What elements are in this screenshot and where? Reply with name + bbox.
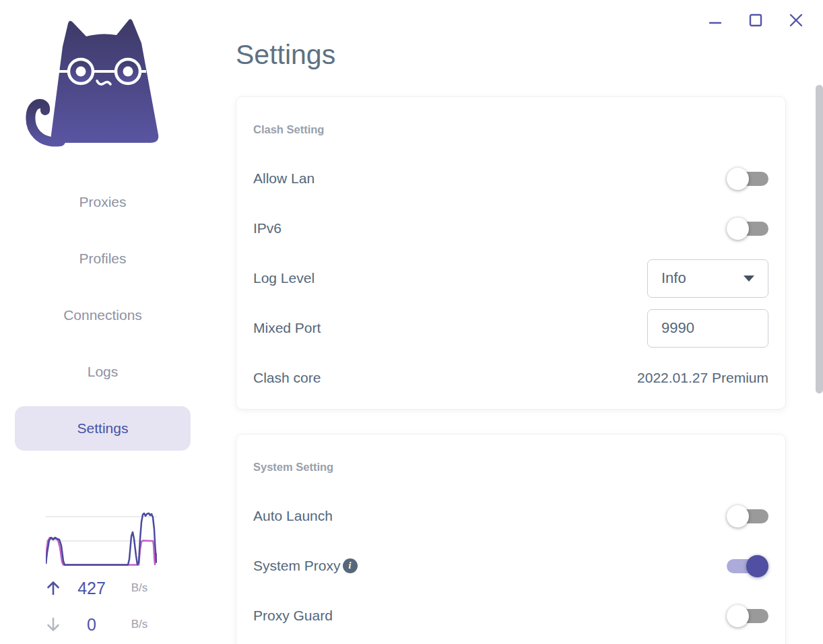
sidebar-item-profiles[interactable]: Profiles	[15, 236, 191, 281]
mixed-port-field-frame	[647, 309, 768, 348]
clash-core-version: 2022.01.27 Premium	[637, 370, 768, 386]
chevron-down-icon	[744, 276, 754, 282]
download-speed-unit: B/s	[119, 618, 160, 631]
system-proxy-toggle[interactable]	[727, 555, 768, 577]
proxy-guard-label: Proxy Guard	[253, 608, 333, 624]
system-proxy-label: System Proxy	[253, 558, 341, 574]
section-title-clash-setting: Clash Setting	[253, 121, 768, 137]
log-level-label: Log Level	[253, 270, 315, 286]
upload-line	[46, 513, 156, 565]
download-arrow-icon	[42, 613, 65, 636]
clash-cat-logo-icon	[26, 16, 160, 151]
toggle-thumb	[727, 218, 749, 240]
log-level-select[interactable]: Info	[647, 259, 768, 298]
upload-speed-value: 427	[65, 579, 119, 598]
setting-row-log-level: Log Level Info	[253, 253, 768, 303]
info-icon[interactable]: i	[343, 558, 358, 573]
clash-core-label: Clash core	[253, 370, 321, 386]
sidebar-item-connections[interactable]: Connections	[15, 293, 191, 337]
upload-speed-unit: B/s	[119, 581, 160, 595]
traffic-graph	[46, 509, 157, 566]
setting-row-allow-lan: Allow Lan	[253, 154, 768, 203]
window-controls	[704, 9, 807, 31]
toggle-thumb	[727, 605, 749, 627]
section-title-system-setting: System Setting	[253, 459, 768, 475]
sidebar-item-logs[interactable]: Logs	[15, 350, 191, 394]
sidebar-nav: Proxies Profiles Connections Logs Settin…	[0, 180, 205, 463]
toggle-thumb	[727, 505, 749, 527]
log-level-selected-value: Info	[661, 269, 686, 287]
maximize-button[interactable]	[745, 9, 766, 31]
sidebar-item-proxies[interactable]: Proxies	[15, 180, 191, 224]
upload-speed-row: 427 B/s	[42, 577, 166, 600]
toggle-thumb	[727, 168, 749, 190]
setting-row-system-proxy: System Proxy i	[253, 541, 768, 591]
clash-for-windows-window: Proxies Profiles Connections Logs Settin…	[0, 0, 823, 644]
ipv6-label: IPv6	[253, 220, 282, 236]
download-speed-value: 0	[65, 615, 119, 635]
close-button[interactable]	[785, 9, 807, 31]
mixed-port-input[interactable]	[661, 319, 754, 337]
page-title: Settings	[236, 39, 335, 71]
sidebar-item-settings[interactable]: Settings	[15, 406, 191, 451]
toggle-thumb	[746, 555, 768, 577]
proxy-guard-toggle[interactable]	[727, 605, 768, 627]
scrollbar-thumb[interactable]	[816, 85, 823, 393]
close-icon	[787, 11, 805, 29]
download-speed-row: 0 B/s	[42, 613, 166, 636]
maximize-icon	[747, 11, 764, 29]
ipv6-toggle[interactable]	[727, 218, 768, 240]
setting-row-auto-launch: Auto Launch	[253, 491, 768, 541]
auto-launch-toggle[interactable]	[727, 505, 768, 527]
setting-row-clash-core: Clash core 2022.01.27 Premium	[253, 353, 768, 403]
allow-lan-label: Allow Lan	[253, 170, 315, 187]
upload-arrow-icon	[42, 577, 65, 600]
minimize-button[interactable]	[704, 9, 726, 31]
allow-lan-toggle[interactable]	[727, 168, 768, 190]
system-setting-card: System Setting Auto Launch System Proxy …	[236, 434, 786, 644]
setting-row-ipv6: IPv6	[253, 203, 768, 253]
setting-row-mixed-port: Mixed Port	[253, 303, 768, 353]
minimize-icon	[706, 11, 724, 29]
sidebar: Proxies Profiles Connections Logs Settin…	[0, 0, 205, 644]
setting-row-proxy-guard: Proxy Guard	[253, 591, 768, 641]
auto-launch-label: Auto Launch	[253, 508, 333, 524]
mixed-port-label: Mixed Port	[253, 320, 321, 336]
clash-setting-card: Clash Setting Allow Lan IPv6 Log Level I…	[236, 96, 786, 410]
